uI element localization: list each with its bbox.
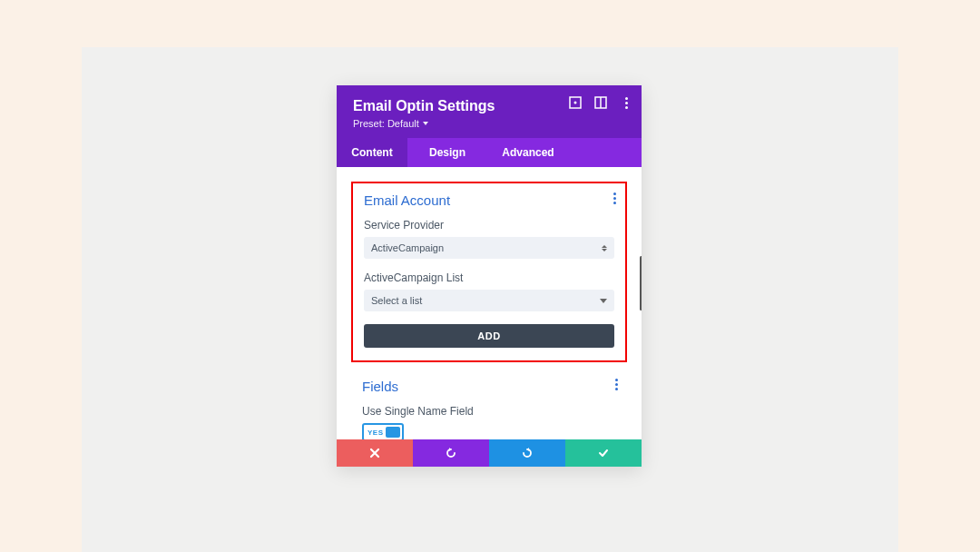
tabs-bar: Content Design Advanced	[337, 138, 642, 167]
tab-content[interactable]: Content	[337, 138, 407, 167]
split-view-icon[interactable]	[594, 96, 607, 109]
select-list[interactable]: Select a list	[364, 290, 614, 311]
toggle-label: YES	[364, 429, 384, 437]
expand-icon[interactable]	[569, 96, 582, 109]
label-list: ActiveCampaign List	[364, 271, 614, 284]
panel-content[interactable]: Email Account Service Provider ActiveCam…	[337, 167, 642, 439]
section-title-fields: Fields	[362, 379, 616, 394]
panel-footer	[337, 439, 642, 467]
undo-button[interactable]	[413, 439, 489, 467]
chevron-down-icon	[600, 299, 607, 303]
section-fields-menu-icon[interactable]	[615, 379, 618, 390]
label-service-provider: Service Provider	[364, 219, 614, 232]
canvas-stage: Email Optin Settings Preset: Default Con…	[82, 47, 898, 552]
sort-icon	[602, 245, 607, 251]
scrollbar-thumb[interactable]	[640, 256, 642, 310]
add-button[interactable]: ADD	[364, 324, 614, 348]
section-fields: Fields Use Single Name Field YES	[351, 370, 627, 439]
redo-button[interactable]	[489, 439, 565, 467]
preset-selector[interactable]: Preset: Default	[353, 118, 625, 129]
section-email-account: Email Account Service Provider ActiveCam…	[351, 182, 627, 362]
caret-down-icon	[423, 122, 428, 125]
field-service-provider: Service Provider ActiveCampaign	[364, 219, 614, 259]
save-button[interactable]	[565, 439, 642, 467]
header-actions	[569, 96, 632, 109]
select-service-provider[interactable]: ActiveCampaign	[364, 237, 614, 259]
toggle-single-name[interactable]: YES	[362, 423, 404, 439]
toggle-knob	[386, 427, 400, 438]
field-single-name: Use Single Name Field YES	[362, 405, 616, 439]
settings-panel: Email Optin Settings Preset: Default Con…	[337, 85, 642, 467]
cancel-button[interactable]	[337, 439, 413, 467]
label-single-name: Use Single Name Field	[362, 405, 616, 418]
svg-point-1	[574, 102, 577, 104]
more-menu-icon[interactable]	[620, 96, 632, 109]
section-title-email-account: Email Account	[364, 192, 614, 208]
preset-label: Preset: Default	[353, 118, 419, 129]
section-menu-icon[interactable]	[613, 192, 616, 204]
field-list: ActiveCampaign List Select a list	[364, 271, 614, 311]
select-service-provider-value: ActiveCampaign	[371, 242, 444, 253]
select-list-value: Select a list	[371, 295, 422, 306]
panel-header: Email Optin Settings Preset: Default	[337, 85, 642, 138]
tab-advanced[interactable]: Advanced	[487, 138, 569, 167]
tab-design[interactable]: Design	[407, 138, 487, 167]
